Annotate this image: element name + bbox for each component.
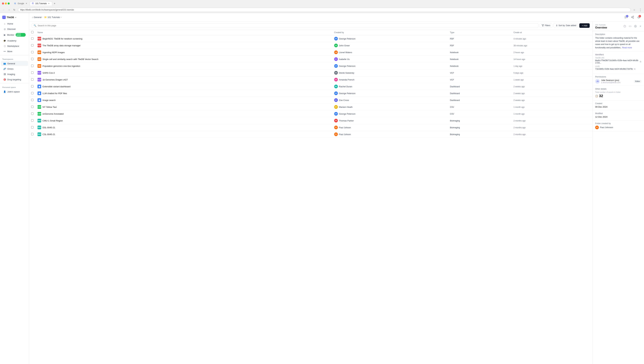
row-checkbox[interactable] <box>31 106 34 108</box>
creator-cell: GP George Peterson <box>334 112 446 116</box>
name-cell: PDF The TileDB array data storage manage… <box>38 44 330 47</box>
row-checkbox[interactable] <box>31 92 34 94</box>
table-row[interactable]: VCF 1k Genomes Dragen v427 AF Amanda Fre… <box>29 76 592 83</box>
row-checkbox[interactable] <box>31 65 34 67</box>
file-type: VCF <box>450 72 454 74</box>
sort-button[interactable]: Sort by: Date added <box>553 23 578 28</box>
row-checkbox[interactable] <box>31 78 34 81</box>
row-checkbox[interactable] <box>31 58 34 60</box>
creator-name: Isabelle Vu <box>339 58 350 60</box>
copy-uuid-button[interactable]: ⧉ <box>634 68 635 70</box>
create-date: 1 day ago <box>513 65 522 67</box>
read-more-link[interactable]: Read more <box>622 46 632 49</box>
filters-button[interactable]: Filters <box>540 23 552 28</box>
browser-url-bar[interactable]: https://tiledb.com/tiledb-inc/teamspaces… <box>18 8 631 12</box>
row-checkbox[interactable] <box>31 72 34 74</box>
minimize-window-button[interactable] <box>5 2 7 4</box>
sidebar-item-monitor[interactable]: ▣ Monitor Active server <box>1 32 28 38</box>
panel-clock-button[interactable] <box>622 24 627 29</box>
file-type-icon: VCF <box>38 78 41 82</box>
browser-forward-button[interactable]: → <box>7 8 11 12</box>
panel-settings-button[interactable] <box>633 24 638 29</box>
maximize-window-button[interactable] <box>8 2 10 4</box>
row-checkbox[interactable] <box>31 126 34 128</box>
tiledb-tab-close[interactable]: ✕ <box>48 2 50 5</box>
creator-avatar: RD <box>334 85 338 88</box>
creator-name: Paul Johson <box>339 133 351 136</box>
browser-tab-google[interactable]: G Google ✕ <box>12 2 30 6</box>
sidebar-item-drug-targeting[interactable]: 🎯 Drug targeting <box>1 77 28 82</box>
row-checkbox[interactable] <box>31 44 34 46</box>
row-checkbox[interactable] <box>31 99 34 101</box>
table-row[interactable]: BIO C3L-0045-21 PJ Paul Johson Bioimagin… <box>29 131 592 138</box>
copy-uri-button[interactable]: ⧉ <box>640 60 641 63</box>
search-input[interactable] <box>38 24 537 27</box>
create-date: 4 minutes ago <box>513 38 526 40</box>
row-checkbox[interactable] <box>31 37 34 40</box>
sidebar-item-academy[interactable]: 🎓 Academy <box>1 38 28 43</box>
sidebar-item-home[interactable]: ⌂ Home <box>1 21 28 26</box>
creator-cell: RD Rachel Duran <box>334 85 446 88</box>
chat-button[interactable]: 2 <box>624 15 629 20</box>
browser-back-button[interactable]: ← <box>1 8 6 12</box>
name-cell: ▦ Extensible variant dashboard <box>38 85 330 88</box>
notification-button[interactable]: 1 <box>636 15 641 20</box>
creator-avatar: JG <box>334 44 338 47</box>
uuid-field: UUID 71b18d5c-010b-4aac-bd24-b6c8b172d76… <box>595 65 641 70</box>
search-box[interactable]: 🔍 <box>32 23 538 28</box>
sidebar-item-discover[interactable]: ◎ Discover <box>1 26 28 32</box>
browser-tab-tiledb[interactable]: [t] 101 Tutorials ✕ <box>30 1 52 6</box>
google-tab-close[interactable]: ✕ <box>25 2 28 5</box>
panel-code-button[interactable] <box>628 24 632 29</box>
add-button[interactable]: + Add <box>579 23 590 28</box>
browser-tabs: G Google ✕ [t] 101 Tutorials ✕ + <box>12 1 641 6</box>
settings-icon <box>634 25 637 28</box>
uuid-label: UUID <box>595 65 641 67</box>
sidebar-item-marketplace[interactable]: ⬡ Marketplace <box>1 44 28 48</box>
row-checkbox[interactable] <box>31 112 34 115</box>
row-checkbox[interactable] <box>31 119 34 122</box>
share-button[interactable] <box>630 15 635 20</box>
panel-subtitle: 101 Tutorials <box>595 24 607 26</box>
table-row[interactable]: VCF SARS Cov-2 DS Derek Sweeney VCF 5 da… <box>29 70 592 76</box>
table-row[interactable]: BIO D3L-0045-21 PJ Paul Johson Bioimagin… <box>29 124 592 131</box>
table-row[interactable]: ▦ LLM chatbot for PDF files GP George Pe… <box>29 90 592 97</box>
breadcrumb-general[interactable]: ⌂ General <box>32 16 42 18</box>
select-all-checkbox[interactable] <box>31 31 34 33</box>
creator-cell: TP Thomas Parker <box>334 119 446 122</box>
sidebar-more-label: More <box>7 50 12 53</box>
bookmark-button[interactable]: ☆ <box>632 8 637 12</box>
sidebar-item-general[interactable]: 👥 General <box>1 61 28 66</box>
table-row[interactable]: ▦ Extensible variant dashboard RD Rachel… <box>29 83 592 90</box>
table-row[interactable]: BIO CMU-1 Small Region TP Thomas Parker … <box>29 117 592 124</box>
sidebar-item-imaging[interactable]: 🖼 Imaging <box>1 72 28 77</box>
users-icon: 👥 <box>3 62 6 65</box>
sidebar-brand[interactable]: T TileDB ▾ <box>0 14 29 20</box>
browser-menu-button[interactable]: ⋮ <box>638 8 643 12</box>
table-row[interactable]: CSV NY Yellow Taxi MH Mariam Heath CSV 1… <box>29 104 592 110</box>
clock-icon <box>623 25 626 28</box>
browser-refresh-button[interactable]: ↻ <box>12 8 17 12</box>
row-checkbox[interactable] <box>31 85 34 88</box>
breadcrumb-101-tutorials[interactable]: 📁 101 Tutorials ▾ <box>44 16 61 18</box>
table-row[interactable]: NB Population genomics one-line ingestio… <box>29 63 592 70</box>
file-type-icon: ▦ <box>38 92 41 95</box>
table-row[interactable]: PDF BeginNGS: TileDB for newborn screeni… <box>29 35 592 42</box>
panel-close-button[interactable]: ✕ <box>638 24 642 28</box>
table-row[interactable]: NB Ingesting NDPI images LW Lionel Water… <box>29 49 592 56</box>
sidebar-item-more[interactable]: ••• More <box>1 49 28 54</box>
table-row[interactable]: NB Single cell and similarity search wit… <box>29 56 592 63</box>
new-tab-button[interactable]: + <box>53 2 57 6</box>
table-row[interactable]: PDF The TileDB array data storage manage… <box>29 42 592 49</box>
name-cell: VCF SARS Cov-2 <box>38 71 330 75</box>
created-label: Created <box>595 102 641 104</box>
close-window-button[interactable] <box>2 2 4 4</box>
list-toolbar: 🔍 Filters Sort by: Date added + Add <box>29 22 592 30</box>
sidebar-item-omics[interactable]: 🧬 Omics <box>1 66 28 71</box>
name-cell: BIO CMU-1 Small Region <box>38 119 330 122</box>
table-row[interactable]: ▦ Image search ZC Zoe Cross Dashboard 2 … <box>29 97 592 104</box>
row-checkbox[interactable] <box>31 51 34 53</box>
table-row[interactable]: CSV enGenome Annotated GP George Peterso… <box>29 110 592 117</box>
row-checkbox[interactable] <box>31 133 34 135</box>
sidebar-item-julies-space[interactable]: 👤 Julie's space <box>1 89 28 94</box>
